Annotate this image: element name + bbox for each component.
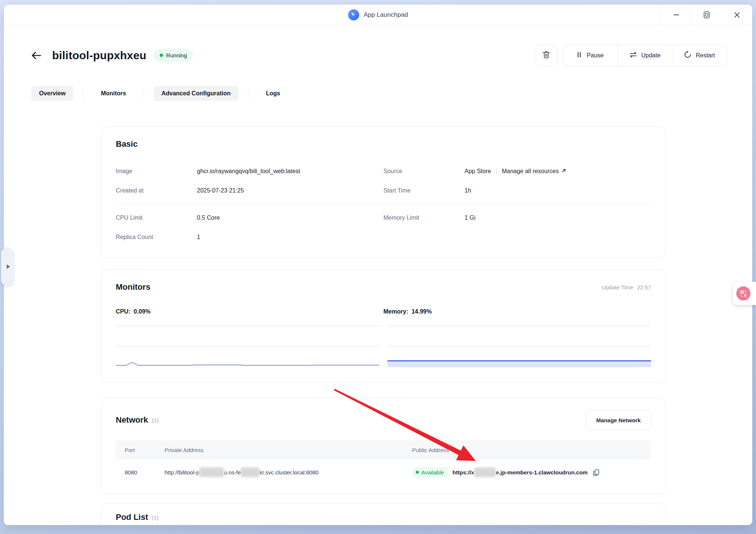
source-label: Source <box>383 168 465 175</box>
window-title-group: App Launchpad <box>348 9 408 20</box>
replica-count-label: Replica Count <box>116 234 197 241</box>
private-address: http://bilitool-pu.ns-fekr.svc.cluster.l… <box>165 467 412 477</box>
manage-network-button[interactable]: Manage Network <box>586 410 651 430</box>
copy-url-button[interactable] <box>592 468 600 476</box>
cpu-limit-label: CPU Limit <box>116 214 197 221</box>
availability-label: Available <box>421 469 444 476</box>
update-time-value: 22:57 <box>637 284 651 290</box>
restart-icon <box>684 51 692 60</box>
network-table-header: Port Private Address Public Address <box>116 440 651 460</box>
memory-stat-value: 14.99% <box>412 308 432 315</box>
swap-arrows-icon <box>629 51 637 60</box>
tab-logs[interactable]: Logs <box>258 86 288 101</box>
tab-divider <box>248 89 248 98</box>
restart-button-label: Restart <box>696 52 715 59</box>
status-dot-icon <box>160 54 163 57</box>
cpu-limit-value: 0.5 Core <box>197 214 220 221</box>
available-dot-icon <box>416 471 419 474</box>
availability-badge: Available <box>412 467 449 478</box>
basic-card-title: Basic <box>116 139 651 149</box>
cards-column: Basic Image ghcr.io/raywangqvq/bili_tool… <box>101 126 666 525</box>
status-badge: Running <box>154 49 193 62</box>
table-row: 8080 http://bilitool-pu.ns-fekr.svc.clus… <box>116 462 651 483</box>
tab-monitors[interactable]: Monitors <box>93 86 134 101</box>
memory-usage-chart <box>387 324 651 367</box>
basic-card: Basic Image ghcr.io/raywangqvq/bili_tool… <box>101 126 666 258</box>
public-url[interactable]: https://xe.jp-members-1.clawcloudrun.com <box>453 467 588 477</box>
monitors-card: Monitors Update Time 22:57 CPU: 0.09% Me… <box>101 269 666 382</box>
page-title: bilitool-pupxhxeu <box>52 49 146 62</box>
column-port: Port <box>116 447 165 453</box>
pause-button[interactable]: Pause <box>562 45 617 66</box>
window-titlebar: App Launchpad <box>4 4 752 25</box>
external-arrow-icon <box>561 168 567 175</box>
app-window: App Launchpad bilitool-pupxhxeu Running <box>4 4 752 525</box>
trash-icon <box>542 50 551 61</box>
start-time-value: 1h <box>465 187 471 194</box>
pod-list-card: Pod List (1) <box>101 503 666 525</box>
translate-icon: A <box>736 286 750 301</box>
manage-all-resources-label: Manage all resources <box>502 168 559 175</box>
source-value: App Store <box>465 168 491 175</box>
redaction-blur <box>241 467 259 477</box>
update-time-label: Update Time <box>602 284 633 290</box>
delete-button[interactable] <box>536 45 557 66</box>
app-action-buttons: Pause Update <box>562 45 727 66</box>
svg-text:A: A <box>744 293 747 298</box>
sidebar-expand-handle[interactable] <box>1 248 13 286</box>
column-private-address: Private Address <box>165 447 412 453</box>
memory-limit-label: Memory Limit <box>383 214 465 221</box>
cpu-stat-label: CPU: <box>116 308 130 315</box>
back-button[interactable] <box>29 48 43 63</box>
update-button[interactable]: Update <box>617 45 672 66</box>
tab-bar: Overview Monitors Advanced Configuration… <box>31 86 752 101</box>
window-controls <box>661 4 752 25</box>
header-actions: Pause Update <box>536 45 727 66</box>
basic-divider <box>116 204 651 204</box>
network-table: Port Private Address Public Address 8080… <box>116 440 651 483</box>
tab-overview[interactable]: Overview <box>31 86 73 101</box>
redaction-blur <box>199 467 224 477</box>
page-header: bilitool-pupxhxeu Running <box>29 45 727 66</box>
tab-divider <box>83 89 83 98</box>
pause-button-label: Pause <box>587 52 603 59</box>
memory-limit-value: 1 Gi <box>465 214 475 221</box>
pod-list-count: (1) <box>152 514 159 521</box>
close-button[interactable] <box>722 4 752 25</box>
start-time-label: Start Time <box>383 187 465 194</box>
pod-list-title: Pod List <box>116 512 148 522</box>
cpu-stat-value: 0.09% <box>134 308 150 315</box>
maximize-button[interactable] <box>691 4 722 25</box>
image-label: Image <box>116 168 197 175</box>
column-public-address: Public Address <box>412 447 651 453</box>
created-at-label: Created at <box>116 187 197 194</box>
network-card: Network (1) Manage Network Port Private … <box>101 398 666 494</box>
source-divider <box>496 168 497 175</box>
port-value: 8080 <box>116 469 165 476</box>
redaction-blur <box>474 467 496 477</box>
cpu-usage-chart <box>116 324 379 367</box>
rocket-icon <box>348 9 359 20</box>
translate-button[interactable]: A <box>733 282 756 305</box>
manage-all-resources-link[interactable]: Manage all resources <box>502 168 567 175</box>
monitors-card-title: Monitors <box>116 282 150 292</box>
chevron-right-icon <box>7 264 10 269</box>
network-card-title: Network <box>116 415 148 425</box>
tab-divider <box>144 89 144 98</box>
update-time: Update Time 22:57 <box>602 284 651 290</box>
minimize-button[interactable] <box>661 4 691 25</box>
main-content: bilitool-pupxhxeu Running <box>4 25 752 525</box>
created-at-value: 2025-07-23 21:25 <box>197 187 244 194</box>
image-value: ghcr.io/raywangqvq/bili_tool_web:latest <box>197 168 300 175</box>
memory-stat-label: Memory: <box>383 308 408 315</box>
network-count: (1) <box>152 417 159 423</box>
pause-icon <box>576 51 583 60</box>
replica-count-value: 1 <box>197 234 200 241</box>
update-button-label: Update <box>641 52 661 59</box>
window-title: App Launchpad <box>364 11 408 19</box>
basic-fields: Image ghcr.io/raywangqvq/bili_tool_web:l… <box>116 162 651 247</box>
restart-button[interactable]: Restart <box>672 45 727 66</box>
tab-advanced-configuration[interactable]: Advanced Configuration <box>154 86 239 101</box>
public-address: Available https://xe.jp-members-1.clawcl… <box>412 467 651 478</box>
status-badge-label: Running <box>166 52 187 58</box>
